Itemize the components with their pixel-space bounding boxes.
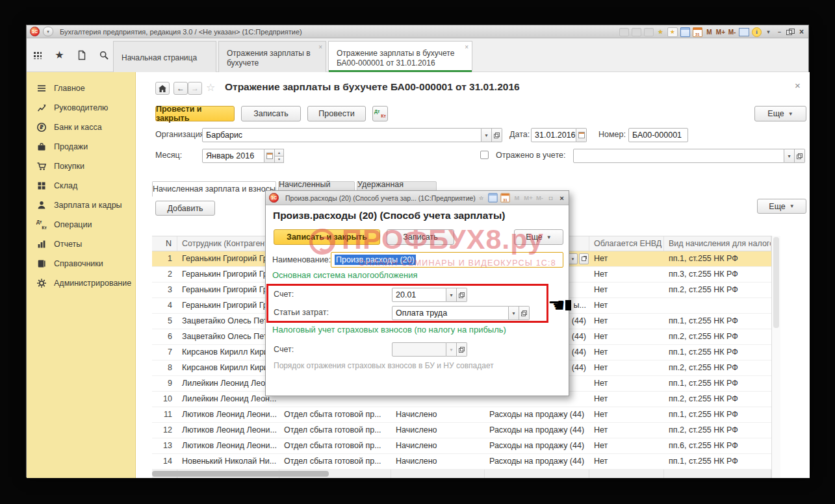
cell-n[interactable]: 14 (152, 454, 177, 469)
reflected-checkbox[interactable] (480, 151, 489, 159)
dropdown-icon[interactable]: ▾ (784, 149, 795, 163)
cell-oper[interactable]: Начислено (391, 423, 485, 438)
cell-emp[interactable]: Лилейкин Леонид Леон... (177, 392, 279, 407)
cell-n[interactable]: 3 (152, 283, 177, 297)
post-button[interactable]: Провести (307, 106, 366, 121)
cell-emp[interactable]: Геранькин Григорий Гри... (177, 283, 279, 297)
calendar-icon[interactable]: 31 (693, 27, 702, 37)
month-stepper[interactable]: ▲▼ (275, 149, 284, 163)
cell-envd[interactable]: Нет (589, 438, 664, 453)
table-row[interactable]: 12Лютиков Леонид Леони...Отдел сбыта гот… (152, 423, 771, 438)
cell-envd[interactable]: Нет (589, 314, 664, 329)
cell-n[interactable]: 12 (152, 423, 177, 438)
cell-oper[interactable]: Начислено (391, 407, 485, 422)
cell-vid[interactable]: пп.2, ст.255 НК РФ (664, 360, 771, 375)
cell-way[interactable]: Расходы на продажу (44) (485, 454, 589, 469)
account2-field[interactable]: ▾ (392, 342, 467, 357)
sidebar-item-zarplata-kadry[interactable]: Зарплата и кадры (27, 195, 135, 215)
cell-emp[interactable]: Лилейкин Леонид Леон... (177, 376, 279, 391)
info-icon[interactable]: i (752, 27, 762, 37)
horizontal-scrollbar[interactable] (152, 471, 329, 477)
back-button[interactable]: ← (173, 82, 188, 95)
cell-envd[interactable]: Нет (589, 329, 664, 344)
cell-vid[interactable]: пп.6, ст.255 НК РФ (664, 438, 771, 453)
cell-envd[interactable]: Нет (589, 407, 664, 422)
dropdown-icon[interactable]: ▾ (446, 288, 457, 302)
sidebar-item-sklad[interactable]: Склад (27, 176, 135, 195)
cell-emp[interactable]: Геранькин Григорий Гри... (177, 267, 279, 282)
selected-text[interactable]: Произв.расходы (20) (335, 255, 416, 265)
split-window-icon[interactable] (739, 28, 749, 36)
cell-vid[interactable]: пп.1, ст.255 НК РФ (664, 251, 771, 266)
dropdown-icon[interactable]: ▾ (509, 306, 519, 320)
sidebar-item-glavnoe[interactable]: Главное (27, 79, 135, 98)
save-button[interactable]: Записать (241, 106, 301, 121)
favorite-icon[interactable]: ☆ (477, 194, 485, 201)
sidebar-item-administrirovanie[interactable]: Администрирование (27, 273, 135, 293)
open-icon[interactable] (579, 253, 589, 264)
calendar-picker-icon[interactable] (264, 149, 275, 163)
sidebar-item-bank-kassa[interactable]: ₽ Банк и касса (27, 118, 135, 137)
cell-envd[interactable]: Нет (589, 454, 664, 469)
cell-envd[interactable]: Нет (589, 283, 664, 297)
cell-n[interactable]: 2 (152, 267, 177, 282)
dropdown-icon[interactable]: ▾ (482, 128, 492, 142)
cell-n[interactable]: 6 (152, 329, 177, 344)
favorites-icon[interactable]: ★ (667, 27, 678, 37)
calculator-icon[interactable] (680, 27, 690, 37)
search-icon[interactable] (98, 49, 109, 60)
cell-emp[interactable]: Кирсанов Кирилл Кири... (177, 360, 279, 375)
dt-kt-postings-button[interactable]: ДтКт (372, 106, 388, 121)
form-close-icon[interactable]: × (795, 80, 801, 91)
table-row[interactable]: 14Новенький Николай Ни...Отдел сбыта гот… (152, 454, 771, 470)
calendar-picker-icon[interactable] (576, 128, 587, 142)
close-button[interactable]: × (558, 194, 565, 201)
cell-dept[interactable]: Отдел сбыта готовой пр... (279, 438, 391, 453)
cell-envd[interactable]: Нет (589, 423, 664, 438)
table-row[interactable]: 13Лютиков Леонид Леони...Отдел сбыта гот… (152, 438, 771, 454)
cell-envd[interactable]: Нет (589, 345, 664, 360)
minimize-button[interactable]: – (775, 28, 784, 36)
cell-envd[interactable]: Нет (589, 360, 664, 375)
sidebar-item-otchety[interactable]: Отчеты (27, 234, 135, 254)
system-menu-dropdown-icon[interactable]: ▾ (43, 27, 53, 36)
home-button[interactable] (155, 82, 170, 95)
cell-n[interactable]: 9 (152, 376, 177, 391)
modal-save-button[interactable]: Записать (387, 229, 454, 245)
tab-salary-list[interactable]: Отражения зарплаты в бухучете × (218, 41, 326, 72)
cell-emp[interactable]: Геранькин Григорий Гри... (177, 298, 279, 313)
maximize-button[interactable]: □ (546, 194, 554, 201)
sidebar-item-pokupki[interactable]: Покупки (27, 157, 135, 176)
cell-vid[interactable]: пп.1, ст.255 НК РФ (664, 376, 771, 391)
calculator-icon[interactable] (488, 193, 497, 202)
cell-vid[interactable]: пп.2, ст.255 НК РФ (664, 283, 771, 297)
history-icon[interactable] (76, 49, 87, 60)
close-button[interactable]: × (797, 28, 806, 36)
document-more-button[interactable]: Еще▼ (754, 106, 806, 121)
cell-way[interactable]: Расходы на продажу (44) (485, 423, 589, 438)
vertical-scrollbar[interactable] (771, 236, 780, 478)
cell-n[interactable]: 13 (152, 438, 177, 453)
sidebar-item-prodazhi[interactable]: Продажи (27, 137, 135, 157)
month-field[interactable]: Январь 2016 ▲▼ (202, 149, 284, 163)
m-button[interactable]: M (705, 28, 713, 36)
cell-oper[interactable]: Начислено (391, 454, 485, 469)
forward-button[interactable]: → (188, 82, 202, 95)
sidebar-item-rukovoditelyu[interactable]: Руководителю (27, 98, 135, 118)
name-field[interactable]: Произв.расходы (20) (331, 252, 563, 268)
cell-envd[interactable]: Нет (589, 392, 664, 407)
cell-n[interactable]: 1 (152, 251, 177, 266)
account-field[interactable]: 20.01 ▾ (392, 288, 467, 302)
cell-emp[interactable]: Кирсанов Кирилл Кири... (177, 345, 279, 360)
cell-n[interactable]: 4 (152, 298, 177, 313)
save-and-close-button[interactable]: Записать и закрыть (274, 229, 380, 245)
cell-envd[interactable]: Нет (589, 298, 664, 313)
cell-dept[interactable]: Отдел сбыта готовой пр... (279, 423, 391, 438)
reflected-field[interactable]: ▾ (573, 149, 805, 163)
m-plus-button[interactable]: M+ (716, 28, 725, 36)
cell-emp[interactable]: Лютиков Леонид Леони... (177, 423, 279, 438)
organization-field[interactable]: Барбарис ▾ (202, 128, 502, 142)
cell-envd[interactable]: Нет (589, 376, 664, 391)
cell-vid[interactable]: пп.2, ст.255 НК РФ (664, 329, 771, 344)
cell-vid[interactable]: пп.3, ст.255 НК РФ (664, 267, 771, 282)
